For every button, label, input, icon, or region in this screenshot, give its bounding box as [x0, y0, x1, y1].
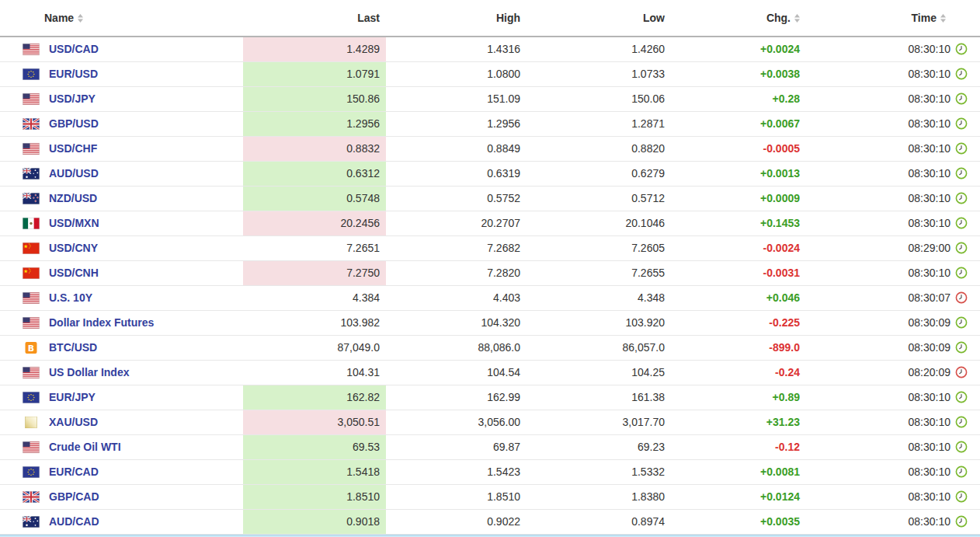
high-cell: 1.2956	[386, 111, 526, 136]
table-row[interactable]: GBP/USD 1.2956 1.2956 1.2871 +0.0067 08:…	[0, 111, 980, 136]
instrument-link[interactable]: USD/CNH	[49, 267, 99, 279]
instrument-link[interactable]: EUR/USD	[49, 68, 98, 80]
name-cell: US Dollar Index	[0, 360, 243, 385]
sort-arrows-icon	[78, 14, 83, 23]
change-cell: +0.0035	[671, 509, 806, 534]
table-row[interactable]: XAU/USD 3,050.51 3,056.00 3,017.70 +31.2…	[0, 410, 980, 434]
change-cell: +31.23	[671, 410, 806, 434]
clock-icon-green	[955, 466, 968, 478]
instrument-link[interactable]: EUR/JPY	[49, 391, 96, 403]
change-cell: +0.0009	[671, 186, 806, 211]
name-cell: Crude Oil WTI	[0, 434, 243, 459]
instrument-link[interactable]: USD/CAD	[49, 43, 99, 55]
name-cell: EUR/JPY	[0, 385, 243, 410]
nz-flag-icon	[22, 193, 40, 204]
table-row[interactable]: USD/CHF 0.8832 0.8849 0.8820 -0.0005 08:…	[0, 136, 980, 161]
change-cell: +0.0124	[671, 484, 806, 509]
change-cell: -899.0	[671, 335, 806, 360]
instrument-link[interactable]: AUD/CAD	[49, 515, 99, 528]
column-header-time[interactable]: Time	[806, 0, 980, 37]
name-cell: GBP/USD	[0, 111, 243, 136]
change-cell: +0.28	[671, 86, 806, 111]
table-row[interactable]: EUR/JPY 162.82 162.99 161.38 +0.89 08:30…	[0, 385, 980, 410]
low-cell: 104.25	[526, 360, 671, 385]
change-cell: +0.0067	[671, 111, 806, 136]
instrument-link[interactable]: Dollar Index Futures	[49, 316, 154, 329]
table-row[interactable]: U.S. 10Y 4.384 4.403 4.348 +0.046 08:30:…	[0, 285, 980, 310]
us-flag-icon	[22, 44, 40, 55]
instrument-link[interactable]: AUD/USD	[49, 167, 99, 180]
last-cell: 1.0791	[243, 61, 386, 86]
instrument-link[interactable]: USD/CNY	[49, 242, 98, 254]
instrument-link[interactable]: USD/JPY	[49, 92, 96, 105]
time-value: 08:30:10	[909, 515, 951, 528]
change-cell: +0.046	[671, 285, 806, 310]
time-value: 08:30:10	[909, 391, 951, 403]
instrument-link[interactable]: GBP/CAD	[49, 490, 99, 503]
name-cell: AUD/CAD	[0, 509, 243, 534]
column-header-label: Chg.	[766, 12, 791, 24]
change-cell: +0.0013	[671, 161, 806, 186]
table-row[interactable]: EUR/CAD 1.5418 1.5423 1.5332 +0.0081 08:…	[0, 459, 980, 484]
mx-flag-icon	[22, 218, 40, 229]
column-header-chg[interactable]: Chg.	[671, 0, 806, 37]
time-value: 08:20:09	[909, 366, 951, 378]
time-value: 08:30:09	[909, 341, 951, 354]
us-flag-icon	[22, 317, 40, 329]
clock-icon-green	[955, 391, 968, 403]
instrument-link[interactable]: BTC/USD	[49, 341, 97, 354]
table-row[interactable]: B BTC/USD 87,049.0 88,086.0 86,057.0 -89…	[0, 335, 980, 360]
column-header-name[interactable]: Name	[0, 0, 243, 37]
instrument-link[interactable]: US Dollar Index	[49, 366, 129, 378]
change-cell: +0.0024	[671, 37, 806, 61]
time-value: 08:30:10	[909, 142, 951, 155]
change-cell: -0.12	[671, 434, 806, 459]
name-cell: USD/CAD	[0, 37, 243, 61]
sort-arrows-icon	[794, 14, 800, 23]
time-value: 08:30:10	[909, 167, 951, 180]
last-cell: 1.5418	[243, 459, 386, 484]
table-row[interactable]: AUD/USD 0.6312 0.6319 0.6279 +0.0013 08:…	[0, 161, 980, 186]
clock-icon-green	[955, 242, 968, 254]
clock-icon-green	[955, 92, 968, 105]
last-cell: 4.384	[243, 285, 386, 310]
name-cell: USD/CNY	[0, 235, 243, 260]
time-cell: 08:30:10	[806, 186, 980, 211]
table-row[interactable]: US Dollar Index 104.31 104.54 104.25 -0.…	[0, 360, 980, 385]
change-cell: -0.0024	[671, 235, 806, 260]
low-cell: 4.348	[526, 285, 671, 310]
high-cell: 0.9022	[386, 509, 526, 534]
instrument-link[interactable]: EUR/CAD	[49, 466, 99, 478]
instrument-link[interactable]: NZD/USD	[49, 192, 97, 204]
change-cell: +0.89	[671, 385, 806, 410]
high-cell: 1.4316	[386, 37, 526, 61]
high-cell: 1.5423	[386, 459, 526, 484]
instrument-link[interactable]: Crude Oil WTI	[49, 441, 121, 453]
table-row[interactable]: USD/CNY 7.2651 7.2682 7.2605 -0.0024 08:…	[0, 235, 980, 260]
table-row[interactable]: USD/MXN 20.2456 20.2707 20.1046 +0.1453 …	[0, 211, 980, 235]
gb-flag-icon	[22, 118, 40, 130]
table-row[interactable]: Crude Oil WTI 69.53 69.87 69.23 -0.12 08…	[0, 434, 980, 459]
table-row[interactable]: AUD/CAD 0.9018 0.9022 0.8974 +0.0035 08:…	[0, 509, 980, 534]
instrument-link[interactable]: U.S. 10Y	[49, 291, 92, 304]
table-row[interactable]: NZD/USD 0.5748 0.5752 0.5712 +0.0009 08:…	[0, 186, 980, 211]
table-row[interactable]: USD/CAD 1.4289 1.4316 1.4260 +0.0024 08:…	[0, 37, 980, 61]
instrument-link[interactable]: USD/CHF	[49, 142, 97, 155]
table-row[interactable]: EUR/USD 1.0791 1.0800 1.0733 +0.0038 08:…	[0, 61, 980, 86]
instrument-link[interactable]: GBP/USD	[49, 117, 99, 130]
table-row[interactable]: GBP/CAD 1.8510 1.8510 1.8380 +0.0124 08:…	[0, 484, 980, 509]
instrument-link[interactable]: XAU/USD	[49, 416, 98, 428]
clock-icon-red	[955, 366, 968, 378]
time-cell: 08:30:10	[806, 434, 980, 459]
time-value: 08:30:07	[909, 291, 951, 304]
table-row[interactable]: Dollar Index Futures 103.982 104.320 103…	[0, 310, 980, 335]
name-cell: NZD/USD	[0, 186, 243, 211]
instrument-link[interactable]: USD/MXN	[49, 217, 99, 229]
low-cell: 1.4260	[526, 37, 671, 61]
us-flag-icon	[22, 143, 40, 155]
high-cell: 151.09	[386, 86, 526, 111]
table-row[interactable]: USD/CNH 7.2750 7.2820 7.2655 -0.0031 08:…	[0, 260, 980, 285]
header-row: Name Last High Low Chg. Time	[0, 0, 980, 37]
table-row[interactable]: USD/JPY 150.86 151.09 150.06 +0.28 08:30…	[0, 86, 980, 111]
time-value: 08:30:10	[909, 117, 951, 130]
